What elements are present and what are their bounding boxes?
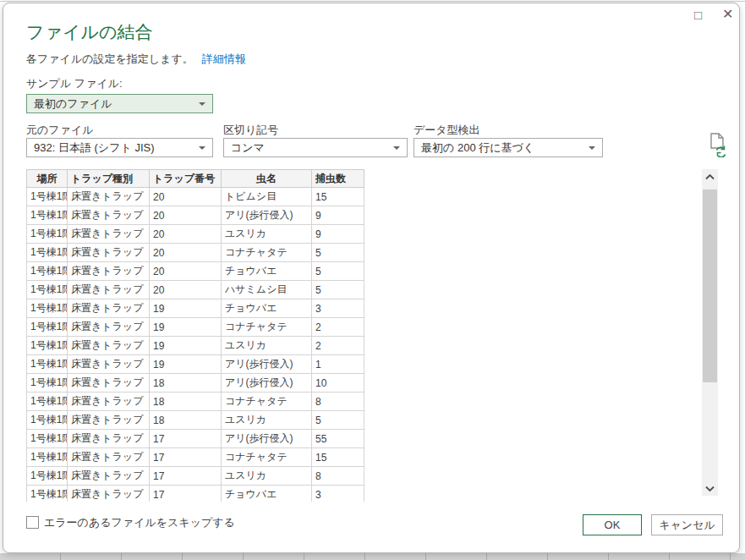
table-cell: 2 <box>312 318 364 337</box>
table-cell: 20 <box>150 188 222 206</box>
column-header-trap-number: トラップ番号 <box>150 170 222 188</box>
maximize-icon[interactable]: □ <box>694 8 702 21</box>
table-cell: ユスリカ <box>222 225 312 244</box>
chevron-down-icon <box>199 146 205 153</box>
scroll-down-icon[interactable] <box>702 480 718 496</box>
table-cell: 15 <box>312 448 364 467</box>
table-cell: アリ(歩行侵入) <box>222 430 312 448</box>
table-cell: 1号棟1階 <box>27 486 68 502</box>
table-row: 1号棟1階床置きトラップ18ユスリカ5 <box>27 411 364 430</box>
delimiter-label: 区切り記号 <box>223 123 278 138</box>
file-origin-dropdown[interactable]: 932: 日本語 (シフト JIS) <box>26 138 213 157</box>
table-cell: コナチャタテ <box>222 393 312 411</box>
sample-file-label: サンプル ファイル: <box>26 76 123 91</box>
table-cell: 1号棟1階 <box>27 206 68 225</box>
table-row: 1号棟1階床置きトラップ17チョウバエ3 <box>27 486 364 502</box>
table-cell: 15 <box>312 188 364 206</box>
table-cell: 8 <box>312 467 364 486</box>
table-cell: 55 <box>312 430 364 448</box>
scrollbar-thumb[interactable] <box>703 189 717 382</box>
table-row: 1号棟1階床置きトラップ17ユスリカ8 <box>27 467 364 486</box>
table-cell: 1号棟1階 <box>27 244 68 262</box>
table-cell: コナチャタテ <box>222 448 312 467</box>
table-cell: 1号棟1階 <box>27 411 68 430</box>
table-cell: 5 <box>312 411 364 430</box>
file-origin-value: 932: 日本語 (シフト JIS) <box>34 140 155 156</box>
table-cell: 2 <box>312 337 364 355</box>
refresh-preview-icon[interactable] <box>708 132 728 157</box>
table-cell: 床置きトラップ <box>68 374 150 393</box>
delimiter-dropdown[interactable]: コンマ <box>223 138 408 157</box>
table-cell: 20 <box>150 225 222 244</box>
table-cell: 1号棟1階 <box>27 262 68 281</box>
data-type-detection-value: 最初の 200 行に基づく <box>421 140 534 156</box>
file-origin-label: 元のファイル <box>26 123 94 138</box>
table-cell: 1 <box>312 355 364 374</box>
skip-errors-label[interactable]: エラーのあるファイルをスキップする <box>44 515 235 530</box>
learn-more-link[interactable]: 詳細情報 <box>202 52 246 65</box>
background-worksheet-edge <box>0 1 745 2</box>
combine-files-dialog: □ ✕ ファイルの結合 各ファイルの設定を指定します。詳細情報 サンプル ファイ… <box>3 3 740 553</box>
table-cell: アリ(歩行侵入) <box>222 206 312 225</box>
table-row: 1号棟1階床置きトラップ17アリ(歩行侵入)55 <box>27 430 364 448</box>
table-cell: 床置きトラップ <box>68 299 150 318</box>
table-cell: 床置きトラップ <box>68 393 150 411</box>
table-cell: 5 <box>312 262 364 281</box>
table-cell: コナチャタテ <box>222 318 312 337</box>
chevron-down-icon <box>199 102 205 109</box>
table-cell: 床置きトラップ <box>68 262 150 281</box>
table-cell: 18 <box>150 374 222 393</box>
table-cell: 19 <box>150 299 222 318</box>
table-cell: 20 <box>150 244 222 262</box>
table-cell: 床置きトラップ <box>68 355 150 374</box>
table-cell: 20 <box>150 206 222 225</box>
table-cell: 床置きトラップ <box>68 411 150 430</box>
table-cell: 1号棟1階 <box>27 188 68 206</box>
table-cell: 17 <box>150 467 222 486</box>
table-cell: 1号棟1階 <box>27 299 68 318</box>
scroll-up-icon[interactable] <box>702 169 718 184</box>
chevron-down-icon <box>589 146 595 153</box>
data-type-detection-label: データ型検出 <box>414 123 480 138</box>
table-cell: 床置きトラップ <box>68 281 150 299</box>
subtitle-text: 各ファイルの設定を指定します。 <box>26 52 194 65</box>
table-row: 1号棟1階床置きトラップ19ユスリカ2 <box>27 337 364 355</box>
table-cell: 19 <box>150 337 222 355</box>
table-cell: 床置きトラップ <box>68 188 150 206</box>
table-cell: 10 <box>312 374 364 393</box>
table-cell: 19 <box>150 355 222 374</box>
table-cell: 床置きトラップ <box>68 244 150 262</box>
table-cell: 1号棟1階 <box>27 281 68 299</box>
data-type-detection-dropdown[interactable]: 最初の 200 行に基づく <box>414 138 603 157</box>
vertical-scrollbar[interactable] <box>702 169 718 496</box>
close-icon[interactable]: ✕ <box>722 8 733 20</box>
table-row: 1号棟1階床置きトラップ19コナチャタテ2 <box>27 318 364 337</box>
table-cell: 1号棟1階 <box>27 355 68 374</box>
table-cell: チョウバエ <box>222 486 312 502</box>
table-cell: 床置きトラップ <box>68 467 150 486</box>
table-cell: 5 <box>312 281 364 299</box>
ok-button[interactable]: OK <box>583 514 642 535</box>
table-cell: 8 <box>312 393 364 411</box>
table-row: 1号棟1階床置きトラップ20コナチャタテ5 <box>27 244 364 262</box>
sample-file-dropdown[interactable]: 最初のファイル <box>26 94 213 113</box>
table-cell: 1号棟1階 <box>27 467 68 486</box>
background-worksheet-strip <box>0 553 745 560</box>
cancel-button[interactable]: キャンセル <box>651 514 723 535</box>
table-cell: 18 <box>150 393 222 411</box>
table-cell: 5 <box>312 244 364 262</box>
table-cell: 床置きトラップ <box>68 448 150 467</box>
file-preview-table: 場所 トラップ種別 トラップ番号 虫名 捕虫数 1号棟1階床置きトラップ20トビ… <box>26 169 364 502</box>
table-cell: 18 <box>150 411 222 430</box>
table-cell: ユスリカ <box>222 467 312 486</box>
table-cell: 17 <box>150 430 222 448</box>
table-cell: アリ(歩行侵入) <box>222 355 312 374</box>
table-row: 1号棟1階床置きトラップ20チョウバエ5 <box>27 262 364 281</box>
table-cell: ユスリカ <box>222 411 312 430</box>
column-header-insect-name: 虫名 <box>222 170 312 188</box>
table-cell: 3 <box>312 486 364 502</box>
column-header-trap-type: トラップ種別 <box>68 170 150 188</box>
skip-errors-checkbox[interactable] <box>26 516 39 529</box>
table-cell: 床置きトラップ <box>68 337 150 355</box>
table-cell: 1号棟1階 <box>27 318 68 337</box>
